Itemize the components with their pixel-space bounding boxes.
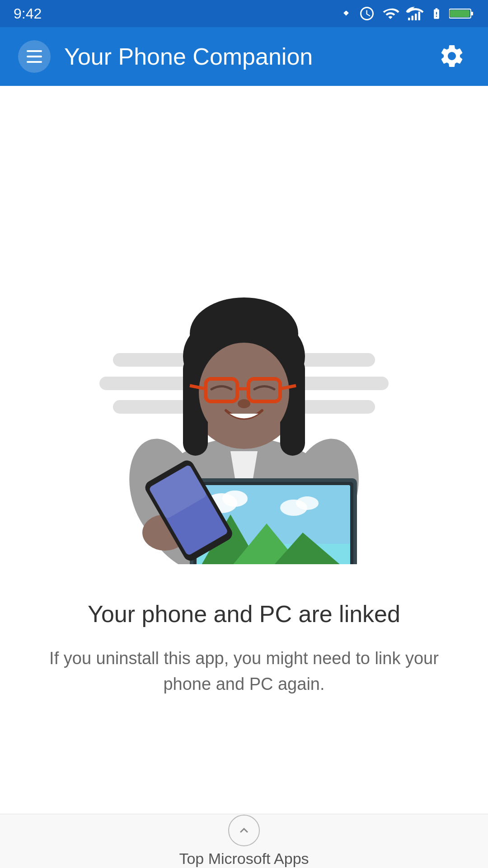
status-bar: 9:42: [0, 0, 488, 27]
app-bar: Your Phone Companion: [0, 27, 488, 86]
chevron-up-icon: [236, 822, 252, 839]
app-bar-left: Your Phone Companion: [18, 40, 313, 73]
settings-button[interactable]: [434, 38, 470, 75]
svg-rect-0: [408, 18, 410, 20]
battery-icon: [449, 7, 474, 20]
charging-icon: [430, 5, 443, 22]
svg-rect-1: [412, 16, 414, 21]
chevron-up-button[interactable]: [228, 815, 260, 846]
svg-rect-2: [415, 14, 417, 20]
main-content: Your phone and PC are linked If you unin…: [0, 86, 488, 814]
app-title: Your Phone Companion: [64, 43, 313, 70]
illustration-container: [86, 257, 402, 573]
linked-title: Your phone and PC are linked: [45, 600, 443, 627]
svg-point-24: [238, 399, 250, 408]
gear-icon: [438, 42, 465, 70]
svg-point-30: [222, 491, 248, 507]
bottom-label: Top Microsoft Apps: [179, 850, 309, 868]
linked-description: If you uninstall this app, you might nee…: [45, 646, 443, 697]
bottom-section[interactable]: Top Microsoft Apps: [0, 814, 488, 868]
bluetooth-icon: [340, 5, 352, 23]
illustration-svg: [86, 257, 402, 564]
svg-rect-6: [450, 10, 469, 17]
text-section: Your phone and PC are linked If you unin…: [18, 600, 470, 697]
wifi-icon: [381, 5, 399, 22]
svg-rect-3: [418, 12, 421, 21]
status-icons: [340, 5, 474, 23]
hamburger-icon: [27, 50, 42, 63]
signal-icon: [406, 5, 424, 22]
menu-button[interactable]: [18, 40, 51, 73]
alarm-icon: [359, 5, 375, 22]
svg-point-18: [199, 343, 289, 442]
status-time: 9:42: [14, 5, 42, 22]
svg-point-32: [296, 496, 319, 510]
svg-rect-5: [471, 12, 473, 15]
